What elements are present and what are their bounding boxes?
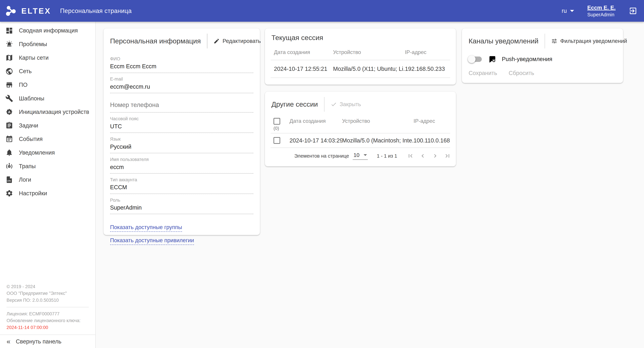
user-menu[interactable]: Eccm E. E. SuperAdmin (587, 4, 616, 18)
session-ip: 192.168.50.233 (405, 66, 450, 72)
auto-init-icon: A (6, 108, 13, 116)
map-icon (6, 54, 13, 62)
next-page-button[interactable] (432, 152, 439, 159)
field-fio: ФИО Eccm Eccm Eccm (110, 56, 254, 73)
page-title: Персональная страница (60, 8, 132, 15)
items-per-page-value: 10 (354, 152, 360, 158)
logout-icon (629, 7, 637, 15)
push-toggle[interactable] (468, 57, 482, 62)
field-label: ФИО (110, 56, 254, 62)
pagination-buttons (407, 152, 451, 159)
sidebar: Сводная информация Проблемы Карты сети С… (0, 22, 96, 348)
edit-button-label: Редактировать (222, 38, 261, 44)
notification-filter-button[interactable]: Фильтрация уведомлений (551, 38, 627, 44)
collapse-panel-button[interactable]: « Свернуть панель (0, 334, 95, 348)
language-selector[interactable]: ru (562, 8, 574, 14)
wrench-icon (6, 95, 13, 102)
session-ip: 100.110.0.168 (414, 137, 450, 144)
sidebar-item-label: Инициализация устройств (19, 109, 89, 115)
traps-icon (6, 162, 13, 170)
save-button[interactable]: Сохранить (468, 70, 497, 76)
eltex-logo-icon (6, 6, 18, 17)
user-name-link[interactable]: Eccm E. E. (587, 4, 616, 11)
field-label: Номер телефона (110, 97, 254, 113)
logout-button[interactable] (629, 7, 637, 15)
personal-info-header: Персональная информация Редактировать (104, 29, 260, 52)
sessions-column: Текущая сессия Дата создания Устройство … (265, 29, 456, 167)
show-groups-link[interactable]: Показать доступные группы (110, 224, 182, 232)
field-role: Роль SuperAdmin (110, 198, 254, 214)
session-created: 2024-10-17 14:03:29 (290, 137, 342, 144)
sidebar-item-label: Сводная информация (19, 27, 78, 34)
eltex-logo[interactable]: ELTEX (6, 6, 51, 17)
session-device: Mozilla/5.0 (X11; Ubuntu; Li... (333, 66, 405, 72)
svg-text:A: A (8, 110, 10, 114)
sidebar-item-notifications[interactable]: Уведомления (0, 146, 95, 159)
event-icon (6, 135, 13, 143)
header-divider (207, 34, 207, 49)
pencil-icon (214, 38, 220, 44)
double-chevron-left-icon: « (6, 338, 10, 345)
items-per-page-select[interactable]: 10 (353, 152, 368, 160)
field-label: Язык (110, 137, 254, 142)
sidebar-item-templates[interactable]: Шаблоны (0, 92, 95, 105)
field-account-type: Тип аккаунта ECCM (110, 177, 254, 194)
session-device: Mozilla/5.0 (Macintosh; Inte... (342, 137, 414, 144)
first-page-button[interactable] (407, 152, 414, 159)
reset-button[interactable]: Сбросить (509, 70, 534, 76)
company-text: ООО "Предприятие "Элтекс" (6, 290, 89, 297)
other-sessions-title: Другие сессии (272, 100, 318, 108)
last-page-button[interactable] (444, 152, 451, 159)
collapse-panel-label: Свернуть панель (16, 338, 61, 345)
logo-text: ELTEX (21, 7, 51, 16)
table-header-row: Дата создания Устройство IP-адрес (271, 46, 450, 60)
current-session-card: Текущая сессия Дата создания Устройство … (265, 29, 456, 85)
log-file-icon: LOG (6, 176, 13, 183)
items-per-page-label: Элементов на странице (294, 153, 349, 159)
field-label: Тип аккаунта (110, 177, 254, 182)
notification-actions: Сохранить Сбросить (462, 63, 623, 77)
personal-fields: ФИО Eccm Eccm Eccm E-mail eccm@eccm.ru Н… (104, 52, 260, 214)
prev-page-button[interactable] (419, 152, 426, 159)
sidebar-item-tasks[interactable]: Задачи (0, 119, 95, 132)
sidebar-item-label: Настройки (19, 190, 47, 197)
field-email: E-mail eccm@eccm.ru (110, 77, 254, 93)
sidebar-item-events[interactable]: События (0, 132, 95, 146)
field-value: SuperAdmin (110, 203, 254, 214)
edit-button[interactable]: Редактировать (214, 38, 261, 44)
top-right-cluster: ru Eccm E. E. SuperAdmin (562, 4, 637, 18)
column-device: Устройство (333, 49, 405, 55)
close-sessions-button[interactable]: Закрыть (331, 101, 361, 108)
notification-filter-label: Фильтрация уведомлений (560, 38, 627, 44)
sidebar-item-software[interactable]: ПО (0, 78, 95, 92)
session-created: 2024-10-17 12:55:21 (271, 66, 333, 72)
sidebar-item-device-init[interactable]: A Инициализация устройств (0, 105, 95, 119)
table-row: 2024-10-17 12:55:21 Mozilla/5.0 (X11; Ub… (271, 60, 450, 78)
column-created: Дата создания (290, 118, 342, 124)
other-sessions-header: Другие сессии Закрыть (265, 92, 456, 116)
sidebar-item-settings[interactable]: Настройки (0, 187, 95, 200)
version-text: Версия ПО: 2.0.0.503510 (6, 297, 89, 304)
tune-icon (551, 38, 558, 44)
show-privileges-link[interactable]: Показать доступные привилегии (110, 237, 194, 245)
sidebar-item-network[interactable]: Сеть (0, 65, 95, 78)
field-value: eccm@eccm.ru (110, 82, 254, 93)
header-divider (324, 97, 324, 112)
sidebar-item-problems[interactable]: Проблемы (0, 37, 95, 51)
sidebar-item-traps[interactable]: Трапы (0, 159, 95, 173)
select-all-checkbox[interactable] (274, 118, 280, 125)
field-phone: Номер телефона (110, 97, 254, 113)
bell-icon (6, 149, 13, 156)
app-root: ELTEX Персональная страница ru Eccm E. E… (0, 0, 644, 348)
other-sessions-card: Другие сессии Закрыть (0) (265, 92, 456, 167)
chevron-down-icon (364, 154, 367, 156)
sidebar-item-network-maps[interactable]: Карты сети (0, 51, 95, 65)
push-channel-row: Push-уведомления (462, 52, 623, 63)
row-checkbox[interactable] (274, 137, 280, 144)
close-sessions-label: Закрыть (340, 101, 361, 108)
license-update-date: 2024-11-14 07:00:00 (6, 324, 89, 331)
sidebar-item-logs[interactable]: LOG Логи (0, 173, 95, 187)
page-range: 1 - 1 из 1 (377, 153, 397, 159)
field-value: eccm (110, 162, 254, 174)
sidebar-item-summary[interactable]: Сводная информация (0, 24, 95, 38)
